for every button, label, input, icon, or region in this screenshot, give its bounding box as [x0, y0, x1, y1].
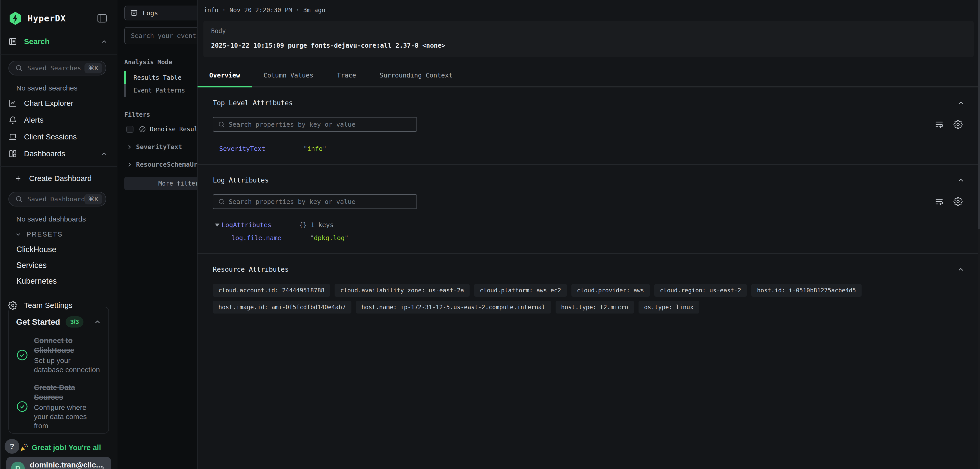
- property-search-box[interactable]: [213, 194, 417, 209]
- property-search-box[interactable]: [213, 117, 417, 132]
- filter-group-severitytext[interactable]: SeverityText: [124, 143, 197, 151]
- sidebar-nav: Chart Explorer Alerts Client Sessions Da…: [0, 97, 117, 160]
- tab-overview[interactable]: Overview: [197, 71, 251, 86]
- more-filters-button[interactable]: More filters: [124, 177, 197, 190]
- get-started-step-connect[interactable]: Connect to ClickHouse Set up your databa…: [16, 336, 101, 374]
- resource-chip[interactable]: cloud.platform: aws_ec2: [474, 284, 567, 297]
- sidebar-item-chart-explorer[interactable]: Chart Explorer: [0, 97, 117, 109]
- help-button[interactable]: ?: [5, 439, 19, 454]
- tab-column-values[interactable]: Column Values: [251, 71, 325, 86]
- check-circle-icon: [16, 349, 28, 361]
- get-started-header[interactable]: Get Started 3/3: [16, 316, 101, 328]
- resource-chip[interactable]: os.type: linux: [638, 301, 699, 314]
- source-selector-button[interactable]: Logs: [124, 6, 197, 21]
- sidebar-item-label: Chart Explorer: [24, 99, 73, 108]
- chevron-up-icon[interactable]: [94, 318, 101, 326]
- attribute-key[interactable]: SeverityText: [219, 145, 304, 152]
- user-menu[interactable]: D dominic.tran@clic... dominic.tran@clic…: [6, 457, 111, 469]
- gear-icon[interactable]: [953, 120, 963, 129]
- mode-results-table[interactable]: Results Table: [124, 71, 197, 84]
- preset-item-kubernetes[interactable]: Kubernetes: [0, 277, 117, 286]
- attribute-value[interactable]: dpkg.log: [310, 234, 348, 242]
- property-search-input[interactable]: [229, 198, 412, 206]
- denoise-checkbox[interactable]: [126, 126, 134, 133]
- tab-surrounding-context[interactable]: Surrounding Context: [368, 71, 464, 86]
- resource-chip[interactable]: cloud.account.id: 244449518788: [213, 284, 330, 297]
- create-dashboard-label: Create Dashboard: [29, 174, 92, 183]
- wrap-text-icon[interactable]: [935, 120, 944, 129]
- attribute-key[interactable]: log.file.name: [231, 234, 310, 242]
- sidebar-item-search[interactable]: Search: [0, 36, 117, 48]
- resource-chip[interactable]: cloud.region: us-east-2: [654, 284, 747, 297]
- mode-label: Event Patterns: [134, 87, 185, 94]
- congrats-row: Great job! You're all: [19, 442, 101, 453]
- attribute-value[interactable]: info: [304, 145, 326, 152]
- divider: [197, 164, 980, 165]
- create-dashboard-button[interactable]: Create Dashboard: [0, 171, 117, 185]
- chevron-up-icon[interactable]: [100, 150, 108, 157]
- resource-chip[interactable]: host.name: ip-172-31-12-5.us-east-2.comp…: [356, 301, 551, 314]
- avatar-initial: D: [15, 464, 21, 469]
- preset-item-services[interactable]: Services: [0, 261, 117, 270]
- search-panel-inner: Logs Analysis Mode Results Table Event P…: [118, 6, 197, 190]
- section-title: Log Attributes: [213, 176, 269, 184]
- shortcut-badge: ⌘K: [84, 194, 102, 204]
- step-desc: Set up your database connection: [34, 356, 101, 374]
- chevron-up-icon[interactable]: [957, 99, 965, 107]
- chevron-up-icon[interactable]: [100, 38, 108, 45]
- wrap-text-icon[interactable]: [935, 197, 944, 206]
- sidebar-item-label: Search: [24, 37, 49, 46]
- tab-trace[interactable]: Trace: [325, 71, 368, 86]
- filters-label: Filters: [124, 111, 197, 118]
- section-log-attributes: Log Attributes: [197, 176, 980, 242]
- presets-toggle[interactable]: PRESETS: [0, 230, 117, 238]
- scrollbar-track[interactable]: [978, 0, 980, 469]
- scrollbar-thumb[interactable]: [978, 0, 980, 230]
- sidebar-item-alerts[interactable]: Alerts: [0, 114, 117, 126]
- gear-icon[interactable]: [953, 197, 963, 206]
- expand-caret-icon[interactable]: [215, 223, 220, 227]
- resource-chip[interactable]: cloud.availability_zone: us-east-2a: [334, 284, 469, 297]
- chevron-down-icon: [15, 231, 21, 238]
- chevron-up-icon[interactable]: [957, 176, 965, 184]
- section-top-level-attributes: Top Level Attributes: [197, 99, 980, 152]
- resource-chip[interactable]: host.id: i-0510b81275acbe4d5: [751, 284, 862, 297]
- get-started-step-sources[interactable]: Create Data Sources Configure where your…: [16, 383, 101, 431]
- sidebar: HyperDX Search ⌘K No saved searches: [0, 0, 118, 469]
- saved-dashboards-search[interactable]: ⌘K: [8, 192, 106, 206]
- event-search-input[interactable]: [131, 32, 197, 40]
- filter-group-resourceschemaurl[interactable]: ResourceSchemaUrl: [124, 161, 197, 168]
- step-text: Connect to ClickHouse Set up your databa…: [34, 336, 101, 374]
- sidebar-collapse-icon[interactable]: [97, 13, 108, 24]
- hyperdx-logo-icon: [8, 11, 22, 25]
- body-value[interactable]: 2025-10-22 10:15:09 purge fonts-dejavu-c…: [211, 42, 966, 49]
- event-search-box[interactable]: [124, 27, 197, 44]
- sidebar-item-client-sessions[interactable]: Client Sessions: [0, 131, 117, 143]
- sidebar-item-dashboards[interactable]: Dashboards: [0, 148, 117, 160]
- section-toolbar: [213, 194, 965, 209]
- check-circle-icon: [16, 401, 28, 413]
- resource-chip[interactable]: cloud.provider: aws: [571, 284, 650, 297]
- resource-chip[interactable]: host.type: t2.micro: [555, 301, 634, 314]
- step-title: Connect to ClickHouse: [34, 336, 101, 355]
- saved-searches-search[interactable]: ⌘K: [8, 61, 106, 76]
- tree-root-key[interactable]: LogAttributes: [221, 221, 299, 229]
- step-text: Create Data Sources Configure where your…: [34, 383, 101, 431]
- section-header: Log Attributes: [213, 176, 965, 184]
- saved-searches-input[interactable]: [27, 65, 84, 72]
- saved-dashboards-input[interactable]: [27, 195, 84, 203]
- chevron-up-icon[interactable]: [957, 266, 965, 273]
- plus-icon: [14, 174, 22, 182]
- analysis-mode-tabs: Results Table Event Patterns: [124, 71, 197, 97]
- chevron-right-icon: [99, 464, 107, 469]
- sidebar-item-label: Client Sessions: [24, 133, 77, 141]
- mode-event-patterns[interactable]: Event Patterns: [124, 84, 197, 97]
- section-header: Top Level Attributes: [213, 99, 965, 107]
- resource-chip[interactable]: host.image.id: ami-0f5fcdfbd140e4ab7: [213, 301, 352, 314]
- event-detail-panel: info · Nov 20 2:20:30 PM · 3m ago Body 2…: [197, 0, 980, 469]
- app-title: HyperDX: [27, 13, 66, 24]
- preset-item-clickhouse[interactable]: ClickHouse: [0, 245, 117, 254]
- tree-root-meta: {} 1 keys: [299, 221, 334, 229]
- property-search-input[interactable]: [229, 121, 412, 128]
- avatar: D: [11, 462, 25, 469]
